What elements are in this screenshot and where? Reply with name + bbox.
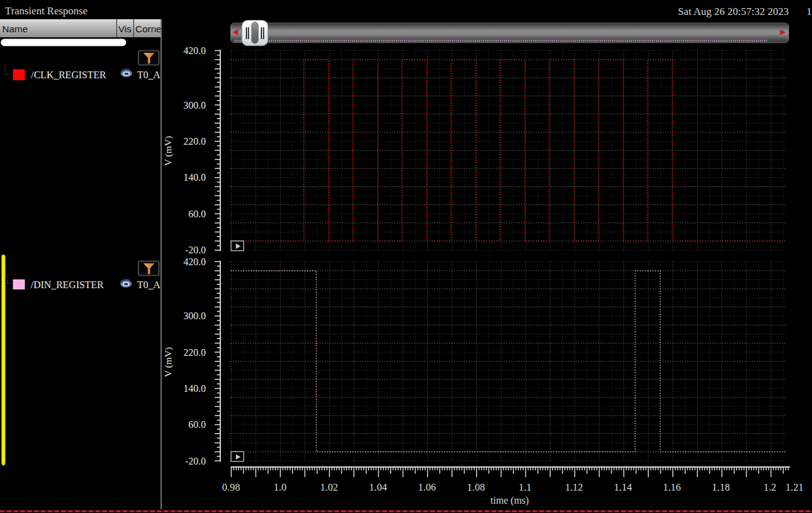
svg-text:T0_A: T0_A xyxy=(137,279,161,290)
svg-text:1.2: 1.2 xyxy=(764,481,777,493)
svg-text:60.0: 60.0 xyxy=(189,419,206,430)
svg-text:V (mV): V (mV) xyxy=(163,136,174,166)
svg-text:1.08: 1.08 xyxy=(467,481,485,493)
svg-text:1.0: 1.0 xyxy=(274,481,287,493)
svg-text:60.0: 60.0 xyxy=(189,209,206,219)
svg-text:1.21: 1.21 xyxy=(785,481,803,493)
svg-text:220.0: 220.0 xyxy=(184,347,206,358)
svg-text:220.0: 220.0 xyxy=(184,136,206,147)
svg-text:420.0: 420.0 xyxy=(184,256,206,267)
svg-text:/DIN_REGISTER: /DIN_REGISTER xyxy=(31,279,104,290)
svg-text:T0_A: T0_A xyxy=(137,70,161,80)
svg-text:1.14: 1.14 xyxy=(614,481,632,493)
svg-text:0.98: 0.98 xyxy=(222,481,240,493)
svg-text:time (ms): time (ms) xyxy=(490,495,529,506)
svg-text:300.0: 300.0 xyxy=(184,100,206,111)
svg-text:Sat Aug 26 20:57:32 2023: Sat Aug 26 20:57:32 2023 xyxy=(678,6,789,17)
svg-text:Vis: Vis xyxy=(119,24,132,34)
svg-text:140.0: 140.0 xyxy=(184,172,206,183)
svg-text:1.16: 1.16 xyxy=(663,481,681,493)
svg-text:1: 1 xyxy=(806,6,812,17)
svg-text:1.18: 1.18 xyxy=(712,481,730,493)
svg-text:V (mV): V (mV) xyxy=(163,347,174,377)
svg-text:Name: Name xyxy=(2,24,28,34)
svg-text:Transient Response: Transient Response xyxy=(5,5,88,17)
svg-text:Corner: Corner xyxy=(135,24,165,34)
svg-text:-20.0: -20.0 xyxy=(185,456,205,466)
svg-text:1.1: 1.1 xyxy=(518,481,531,493)
svg-text:1.06: 1.06 xyxy=(418,481,436,493)
svg-text:1.04: 1.04 xyxy=(369,481,387,493)
svg-text:300.0: 300.0 xyxy=(184,311,206,321)
svg-text:140.0: 140.0 xyxy=(184,383,206,394)
svg-text:1.12: 1.12 xyxy=(565,481,583,493)
svg-text:1.02: 1.02 xyxy=(320,481,338,493)
svg-text:/CLK_REGISTER: /CLK_REGISTER xyxy=(31,70,106,80)
svg-text:-20.0: -20.0 xyxy=(185,245,205,255)
svg-text:420.0: 420.0 xyxy=(184,45,206,56)
